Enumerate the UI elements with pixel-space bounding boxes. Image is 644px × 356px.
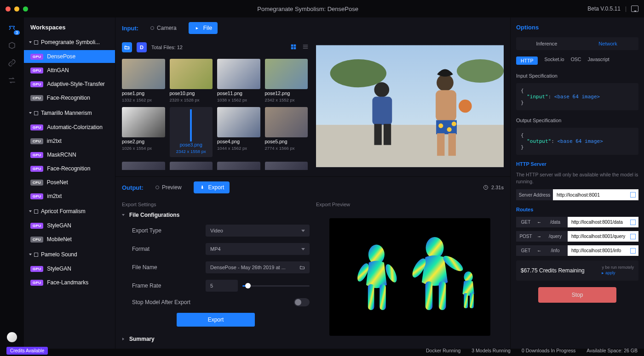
svg-point-9 (330, 59, 386, 87)
input-file-tab[interactable]: ▸ File (189, 22, 218, 34)
thumb-image (170, 59, 213, 89)
model-item[interactable]: CPUMobileNet (24, 233, 115, 246)
model-item[interactable]: CPUim2txt (24, 135, 115, 147)
stop-button[interactable]: Stop (538, 287, 616, 303)
svg-point-21 (452, 122, 456, 126)
tab-inference[interactable]: Inference (516, 37, 577, 50)
framerate-input[interactable]: 5 (206, 280, 238, 292)
file-thumb[interactable]: pose5.png2774 x 1566 px (265, 107, 308, 157)
radio-dot-icon (155, 186, 159, 189)
thumb-filename: pose2.png (122, 139, 165, 144)
thumb-dimensions: 2774 x 1566 px (265, 146, 308, 151)
compute-chip: GPU (30, 166, 43, 172)
apply-link[interactable]: ▸ apply (602, 271, 615, 275)
svg-point-17 (459, 100, 472, 113)
model-item[interactable]: GPUFace-Recognition (24, 162, 115, 175)
rail-workspaces-icon[interactable] (8, 24, 16, 32)
copy-icon[interactable] (630, 234, 636, 239)
chevron-down-icon (29, 254, 32, 255)
rail-models-icon[interactable] (8, 41, 16, 50)
credits-chip[interactable]: Credits Available (6, 347, 48, 355)
file-thumb[interactable] (265, 162, 308, 170)
filename-input[interactable]: DensePose - May 26th 2019 at ... (206, 261, 310, 273)
compute-chip: CPU (30, 237, 43, 243)
svg-rect-8 (316, 125, 504, 167)
model-item[interactable]: CPUFace-Recognition (24, 91, 115, 104)
model-item[interactable]: GPUStyleGAN (24, 219, 115, 232)
svg-rect-27 (368, 284, 374, 311)
copy-icon[interactable] (630, 220, 636, 225)
framerate-slider[interactable] (242, 285, 310, 287)
route-url[interactable]: http://localhost:8001/data (568, 217, 638, 227)
route-url[interactable]: http://localhost:8001/info (568, 245, 638, 256)
user-avatar[interactable] (7, 332, 17, 342)
file-thumb[interactable]: pose4.png1044 x 1562 px (217, 107, 260, 157)
svg-rect-2 (291, 47, 293, 50)
model-item[interactable]: GPUFace-Landmarks (24, 276, 115, 289)
minimize-traffic-light[interactable] (14, 6, 19, 11)
model-item[interactable]: GPUDensePose (24, 50, 115, 63)
workspace-header[interactable]: Apricot Formalism (24, 204, 115, 218)
compute-chip: GPU (30, 266, 43, 272)
rail-flow-icon[interactable] (8, 76, 16, 85)
svg-rect-14 (384, 124, 391, 145)
output-preview-tab[interactable]: Preview (150, 181, 187, 193)
export-button[interactable]: Export (177, 313, 255, 327)
file-thumb[interactable]: pose1.png1332 x 1562 px (122, 59, 165, 102)
thumb-image (122, 107, 165, 137)
summary-section[interactable]: Summary (122, 336, 310, 342)
model-item[interactable]: GPUAttnGAN (24, 64, 115, 77)
format-select[interactable]: MP4 (206, 243, 310, 255)
file-thumb[interactable] (170, 162, 213, 170)
workspace-header[interactable]: Tamarillo Mannerism (24, 106, 115, 120)
route-row: GET←/infohttp://localhost:8001/info (516, 245, 638, 256)
svg-rect-3 (294, 47, 296, 50)
thumb-image (217, 59, 260, 89)
model-item[interactable]: GPUim2txt (24, 190, 115, 203)
proto-socket[interactable]: Socket.io (544, 57, 564, 65)
stop-after-toggle[interactable] (294, 298, 310, 306)
route-arrow-icon: ← (535, 245, 543, 256)
workspace-header[interactable]: Pomegranate Symboli... (24, 35, 115, 49)
file-thumb[interactable] (217, 162, 260, 170)
rail-link-icon[interactable] (8, 59, 16, 67)
workspace-header[interactable]: Pamelo Sound (24, 248, 115, 261)
file-thumb[interactable]: pose12.png2342 x 1552 px (265, 59, 308, 102)
model-item[interactable]: GPUAdaptive-Style-Transfer (24, 78, 115, 90)
model-item[interactable]: GPUStyleGAN (24, 262, 115, 275)
model-item[interactable]: GPUMaskRCNN (24, 148, 115, 161)
route-method: GET (516, 245, 535, 256)
list-view-icon[interactable] (302, 44, 310, 51)
proto-js[interactable]: Javascript (587, 57, 609, 65)
output-export-tab[interactable]: ⬇ Export (194, 181, 230, 193)
server-address-value[interactable]: http://localhost:8001 (553, 189, 638, 200)
file-thumb[interactable]: pose3.png2342 x 1558 px (170, 107, 213, 157)
output-label: Output: (122, 184, 144, 191)
total-files-label: Total Files: 12 (151, 45, 183, 50)
file-thumb[interactable]: pose10.png2320 x 1528 px (170, 59, 213, 102)
file-thumb[interactable]: pose11.png1038 x 1562 px (217, 59, 260, 102)
window-controls[interactable] (6, 6, 28, 11)
close-traffic-light[interactable] (6, 6, 11, 11)
input-camera-tab[interactable]: Camera (145, 22, 182, 34)
zoom-traffic-light[interactable] (23, 6, 28, 11)
copy-icon[interactable] (630, 248, 636, 254)
export-settings-title: Export Settings (122, 202, 310, 207)
add-folder-button[interactable] (122, 42, 132, 52)
camera-label: Camera (157, 25, 177, 31)
sort-button[interactable]: D (137, 42, 147, 52)
proto-osc[interactable]: OSC (571, 57, 581, 65)
model-item[interactable]: GPUAutomatic-Colorization (24, 121, 115, 134)
route-path: /info (543, 245, 568, 256)
copy-icon[interactable] (630, 192, 636, 198)
route-url[interactable]: http://localhost:8001/query (568, 231, 638, 242)
file-thumb[interactable] (122, 162, 165, 170)
export-type-select[interactable]: Video (206, 225, 310, 237)
proto-http[interactable]: HTTP (516, 57, 538, 65)
grid-view-icon[interactable] (290, 44, 298, 51)
model-item[interactable]: CPUPoseNet (24, 176, 115, 189)
file-thumb[interactable]: pose2.png1026 x 1554 px (122, 107, 165, 157)
feedback-icon[interactable] (631, 6, 638, 12)
tab-network[interactable]: Network (577, 37, 638, 50)
file-config-section[interactable]: File Configurations (122, 212, 310, 218)
